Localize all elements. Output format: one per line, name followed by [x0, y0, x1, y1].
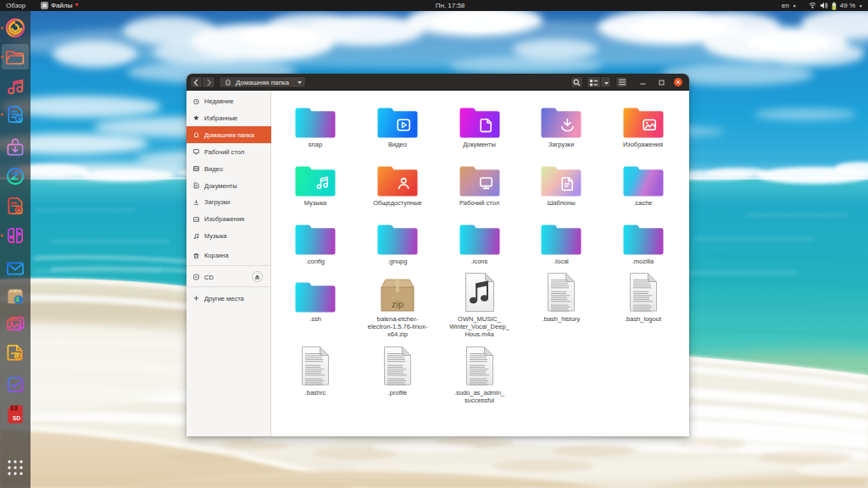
svg-text:zip: zip: [392, 299, 403, 309]
svg-text:SD: SD: [13, 415, 20, 421]
